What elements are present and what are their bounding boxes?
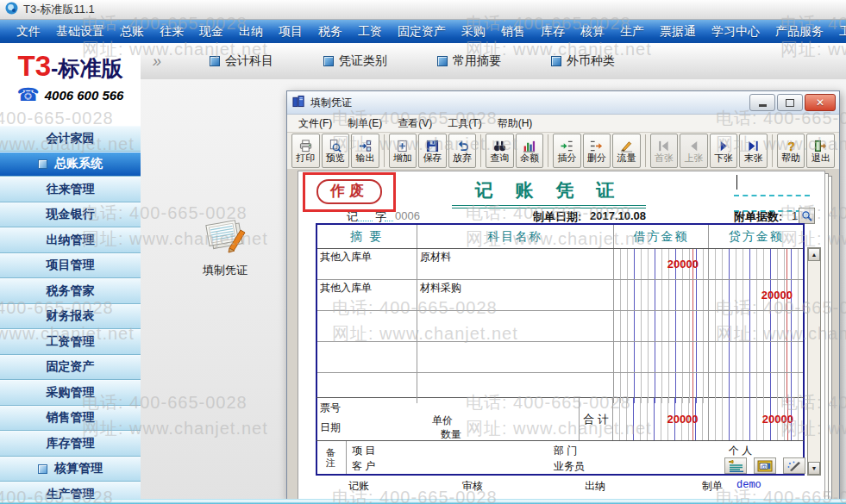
- sidebar-item[interactable]: 出纳管理: [0, 227, 141, 253]
- summary-cell[interactable]: 其他入库单: [317, 280, 417, 310]
- summary-cell[interactable]: [317, 311, 417, 341]
- menubar-item[interactable]: 税务: [310, 24, 350, 40]
- sidebar-item[interactable]: 项目管理: [0, 253, 141, 279]
- menubar-item[interactable]: 出纳: [231, 24, 271, 40]
- menubar-item[interactable]: 项目: [271, 24, 310, 40]
- voucher-table-row[interactable]: 其他入库单原材料20000: [317, 249, 803, 279]
- scroll-up-icon[interactable]: ▲: [808, 248, 820, 261]
- menubar-item[interactable]: 文件: [9, 24, 48, 40]
- voucher-menu-item[interactable]: 制单(E): [340, 116, 390, 131]
- sidebar-item[interactable]: 财务报表: [0, 304, 141, 330]
- sidebar-item[interactable]: 库存管理: [0, 431, 141, 457]
- menubar-item[interactable]: 销售: [493, 24, 533, 40]
- sidebar-item[interactable]: 核算管理: [0, 457, 141, 482]
- sidebar-item[interactable]: 会计家园: [0, 126, 141, 152]
- toolbar-button[interactable]: 增加: [389, 134, 417, 168]
- toolbar-button[interactable]: 插分: [553, 134, 581, 168]
- menubar-item[interactable]: 工作圈: [831, 24, 846, 40]
- account-cell[interactable]: [417, 342, 613, 372]
- voucher-menu-item[interactable]: 文件(F): [291, 116, 340, 131]
- menubar-item[interactable]: 采购: [454, 24, 493, 40]
- quick-toolbar-item[interactable]: 会计科目: [210, 53, 273, 69]
- account-cell[interactable]: 原材料: [417, 249, 613, 279]
- menubar-item[interactable]: 库存: [533, 24, 573, 40]
- toolbar-button[interactable]: 删分: [583, 134, 611, 168]
- summary-cell[interactable]: [317, 342, 417, 372]
- minimize-button[interactable]: [749, 94, 775, 111]
- quick-toolbar-item[interactable]: 外币种类: [551, 53, 615, 69]
- summary-cell[interactable]: 其他入库单: [317, 249, 417, 279]
- expander-chevrons-icon[interactable]: »: [153, 53, 160, 71]
- voucher-table-row[interactable]: 其他入库单材料采购20000: [317, 279, 803, 310]
- menubar-item[interactable]: 生产: [612, 24, 652, 40]
- toolbar-button[interactable]: 打印: [291, 134, 320, 168]
- toolbar-button-label: 下张: [714, 153, 733, 163]
- flag-report-icon[interactable]: [724, 457, 747, 474]
- toolbar-button[interactable]: 流量: [612, 134, 641, 168]
- debit-cell[interactable]: [613, 311, 708, 341]
- magic-wand-icon[interactable]: [783, 457, 805, 474]
- debit-cell[interactable]: 20000: [613, 249, 708, 279]
- shortcut-fill-voucher[interactable]: 填制凭证: [193, 215, 257, 278]
- toolbar-button[interactable]: ?帮助: [777, 134, 805, 168]
- toolbar-button[interactable]: 退出: [806, 134, 835, 168]
- sidebar-item[interactable]: 税务管家: [0, 278, 141, 304]
- sidebar-item[interactable]: 采购管理: [0, 380, 141, 406]
- department-label[interactable]: 部 门: [554, 444, 577, 458]
- voucher-menu-item[interactable]: 帮助(H): [490, 116, 541, 131]
- credit-cell[interactable]: [708, 342, 802, 372]
- voucher-number[interactable]: 0006: [395, 209, 420, 222]
- project-label[interactable]: 项 目: [352, 444, 375, 458]
- menubar-item[interactable]: 票据通: [652, 24, 704, 40]
- customer-label[interactable]: 客 户: [352, 459, 375, 474]
- sidebar-item[interactable]: 总账系统: [0, 152, 141, 177]
- sidebar-item[interactable]: 工资管理: [0, 329, 141, 355]
- scroll-down-icon[interactable]: ▼: [808, 462, 820, 475]
- quick-toolbar-item[interactable]: 常用摘要: [437, 53, 501, 69]
- voucher-scrollbar[interactable]: ▲ ▼: [807, 247, 821, 476]
- menubar-item[interactable]: 产品服务: [768, 24, 831, 40]
- sidebar-item-label: 总账系统: [54, 156, 103, 171]
- toolbar-button[interactable]: 保存: [418, 134, 447, 168]
- menubar-item[interactable]: 工资: [350, 24, 390, 40]
- voucher-date-value[interactable]: 2017.10.08: [590, 209, 646, 222]
- toolbar-button[interactable]: 输出: [351, 134, 379, 168]
- menubar-item[interactable]: 核算: [573, 24, 612, 40]
- toolbar-button[interactable]: 查询: [486, 134, 514, 168]
- attachment-count-value[interactable]: 1: [792, 209, 798, 222]
- person-label[interactable]: 个 人: [729, 444, 752, 458]
- menubar-item[interactable]: 现金: [191, 24, 231, 40]
- voucher-table-row[interactable]: [317, 310, 803, 341]
- toolbar-button[interactable]: 预览: [322, 134, 350, 168]
- voucher-table-row[interactable]: [317, 341, 803, 372]
- restore-button[interactable]: [777, 94, 803, 111]
- debit-cell[interactable]: [613, 280, 708, 310]
- email-card-icon[interactable]: @: [754, 457, 776, 474]
- menubar-item[interactable]: 往来: [152, 24, 191, 40]
- sidebar-item[interactable]: 现金银行: [0, 202, 141, 228]
- account-cell[interactable]: 材料采购: [417, 280, 613, 310]
- attachment-zoom-button[interactable]: [799, 208, 815, 224]
- menubar-item[interactable]: 固定资产: [390, 24, 454, 40]
- voucher-window-titlebar[interactable]: 填制凭证 ✕: [287, 91, 839, 115]
- voucher-menu-item[interactable]: 工具(T): [440, 116, 489, 131]
- quick-toolbar-item[interactable]: 凭证类别: [323, 53, 387, 69]
- credit-cell[interactable]: [708, 311, 802, 341]
- sidebar-item[interactable]: 往来管理: [0, 177, 141, 202]
- toolbar-button[interactable]: 放弃: [448, 134, 477, 168]
- voucher-menu-item[interactable]: 查看(V): [390, 116, 440, 131]
- credit-cell[interactable]: [708, 249, 802, 279]
- sidebar-item[interactable]: 销售管理: [0, 406, 141, 432]
- menubar-item[interactable]: 学习中心: [704, 24, 768, 40]
- toolbar-button[interactable]: 下张: [710, 134, 738, 168]
- close-button[interactable]: ✕: [805, 94, 836, 111]
- sidebar-item[interactable]: 固定资产: [0, 355, 141, 381]
- salesman-label[interactable]: 业务员: [554, 459, 585, 474]
- menubar-item[interactable]: 总账: [112, 24, 152, 40]
- menubar-item[interactable]: 基础设置: [48, 24, 112, 40]
- account-cell[interactable]: [417, 311, 613, 341]
- toolbar-button[interactable]: 余额: [516, 134, 544, 168]
- toolbar-button[interactable]: 末张: [739, 134, 768, 168]
- credit-cell[interactable]: 20000: [708, 280, 802, 310]
- debit-cell[interactable]: [613, 342, 708, 372]
